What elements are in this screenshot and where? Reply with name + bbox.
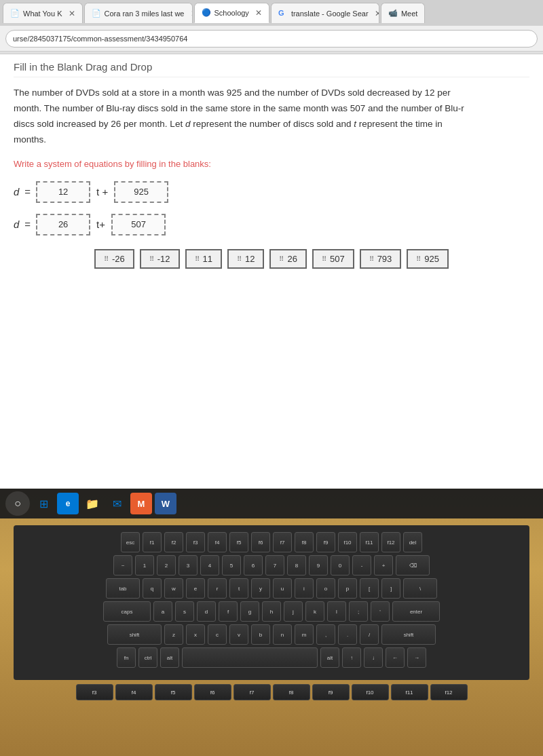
- eq1-box1[interactable]: 12: [36, 181, 90, 203]
- tab3-close[interactable]: ✕: [255, 8, 262, 18]
- key-n[interactable]: n: [273, 624, 292, 645]
- key-0[interactable]: 0: [331, 555, 350, 575]
- key-e[interactable]: e: [186, 578, 205, 599]
- fn-key-f11[interactable]: f11: [391, 684, 428, 700]
- drag-item-12[interactable]: ⠿ 12: [227, 249, 264, 269]
- key-m[interactable]: m: [295, 624, 314, 645]
- key-down[interactable]: ↓: [364, 647, 383, 668]
- taskbar-windows[interactable]: ⊞: [33, 493, 54, 514]
- key-x[interactable]: x: [186, 624, 205, 645]
- key-rshift[interactable]: shift: [381, 624, 436, 645]
- key-f[interactable]: f: [219, 601, 238, 622]
- key-f2[interactable]: f2: [164, 532, 183, 552]
- key-w[interactable]: w: [164, 578, 183, 599]
- key-altgr[interactable]: alt: [320, 647, 339, 668]
- key-lshift[interactable]: shift: [107, 624, 162, 645]
- key-z[interactable]: z: [164, 624, 183, 645]
- tab-schoology[interactable]: 🔵 Schoology ✕: [194, 3, 269, 23]
- fn-key-f7[interactable]: f7: [233, 684, 271, 700]
- key-b[interactable]: b: [251, 624, 270, 645]
- fn-key-f5[interactable]: f5: [155, 684, 192, 700]
- drag-item-793[interactable]: ⠿ 793: [360, 249, 402, 269]
- key-right[interactable]: →: [407, 647, 426, 668]
- key-1[interactable]: 1: [135, 555, 154, 575]
- taskbar-search[interactable]: ○: [5, 491, 30, 516]
- key-ctrl[interactable]: ctrl: [138, 647, 157, 668]
- taskbar-mail[interactable]: ✉: [106, 493, 128, 514]
- key-f7[interactable]: f7: [273, 532, 292, 552]
- eq2-box1[interactable]: 26: [36, 214, 90, 235]
- key-r[interactable]: r: [208, 578, 227, 599]
- key-k[interactable]: k: [305, 601, 324, 622]
- tab-meet[interactable]: 📹 Meet: [381, 3, 425, 23]
- fn-key-f6[interactable]: f6: [194, 684, 231, 700]
- drag-item-11[interactable]: ⠿ 11: [185, 249, 222, 269]
- key-f11[interactable]: f11: [360, 532, 379, 552]
- fn-key-f10[interactable]: f10: [352, 684, 389, 700]
- key-minus[interactable]: -: [352, 555, 371, 575]
- address-bar[interactable]: urse/2845037175/common-assessment/343495…: [5, 30, 538, 48]
- key-tab[interactable]: tab: [106, 578, 140, 599]
- tab-translate[interactable]: G translate - Google Sear ✕: [271, 3, 379, 23]
- key-f1[interactable]: f1: [143, 532, 162, 552]
- taskbar-edge[interactable]: e: [57, 493, 79, 514]
- fn-key-f8[interactable]: f8: [273, 684, 310, 700]
- tab-cora[interactable]: 📄 Cora ran 3 miles last we ✕: [84, 3, 193, 23]
- key-f12[interactable]: f12: [381, 532, 400, 552]
- key-8[interactable]: 8: [287, 555, 306, 575]
- key-h[interactable]: h: [262, 601, 281, 622]
- key-7[interactable]: 7: [265, 555, 284, 575]
- key-f9[interactable]: f9: [316, 532, 335, 552]
- key-caps[interactable]: caps: [103, 601, 151, 622]
- key-enter[interactable]: enter: [392, 601, 440, 622]
- taskbar-files[interactable]: 📁: [81, 493, 103, 514]
- key-plus[interactable]: +: [374, 555, 393, 575]
- key-a[interactable]: a: [153, 601, 172, 622]
- drag-item-neg12[interactable]: ⠿ -12: [140, 249, 180, 269]
- drag-item-neg26[interactable]: ⠿ -26: [94, 249, 134, 269]
- drag-item-925[interactable]: ⠿ 925: [407, 249, 449, 269]
- key-c[interactable]: c: [208, 624, 227, 645]
- key-v[interactable]: v: [229, 624, 248, 645]
- key-s[interactable]: s: [175, 601, 194, 622]
- key-f5[interactable]: f5: [229, 532, 248, 552]
- key-period[interactable]: .: [338, 624, 357, 645]
- key-backslash[interactable]: \: [403, 578, 437, 599]
- taskbar-moodle[interactable]: M: [130, 493, 152, 514]
- taskbar-word[interactable]: W: [155, 493, 176, 514]
- drag-item-507[interactable]: ⠿ 507: [312, 249, 354, 269]
- key-f4[interactable]: f4: [208, 532, 227, 552]
- drag-item-26[interactable]: ⠿ 26: [269, 249, 306, 269]
- key-t[interactable]: t: [229, 578, 248, 599]
- key-d[interactable]: d: [197, 601, 216, 622]
- key-u[interactable]: u: [273, 578, 292, 599]
- key-backspace[interactable]: ⌫: [396, 555, 430, 575]
- tab4-close[interactable]: ✕: [375, 9, 379, 18]
- eq1-box2[interactable]: 925: [114, 181, 168, 203]
- key-alt[interactable]: alt: [160, 647, 179, 668]
- key-esc[interactable]: esc: [121, 532, 140, 552]
- key-quote[interactable]: ': [371, 601, 390, 622]
- key-3[interactable]: 3: [179, 555, 198, 575]
- key-lbrace[interactable]: [: [360, 578, 379, 599]
- fn-key-f4[interactable]: f4: [115, 684, 153, 700]
- key-j[interactable]: j: [284, 601, 303, 622]
- key-left[interactable]: ←: [386, 647, 405, 668]
- tab2-close[interactable]: ✕: [191, 9, 193, 18]
- key-backtick[interactable]: ~: [113, 555, 132, 575]
- key-space[interactable]: [182, 647, 318, 668]
- key-5[interactable]: 5: [222, 555, 241, 575]
- key-o[interactable]: o: [316, 578, 335, 599]
- key-2[interactable]: 2: [157, 555, 176, 575]
- key-f3[interactable]: f3: [186, 532, 205, 552]
- eq2-box2[interactable]: 507: [111, 214, 166, 235]
- fn-key-f9[interactable]: f9: [312, 684, 350, 700]
- key-f8[interactable]: f8: [295, 532, 314, 552]
- key-6[interactable]: 6: [244, 555, 263, 575]
- key-fn[interactable]: fn: [117, 647, 136, 668]
- fn-key-f3[interactable]: f3: [76, 684, 113, 700]
- key-i[interactable]: i: [295, 578, 314, 599]
- key-l[interactable]: l: [327, 601, 346, 622]
- fn-key-f12[interactable]: f12: [430, 684, 468, 700]
- key-q[interactable]: q: [143, 578, 162, 599]
